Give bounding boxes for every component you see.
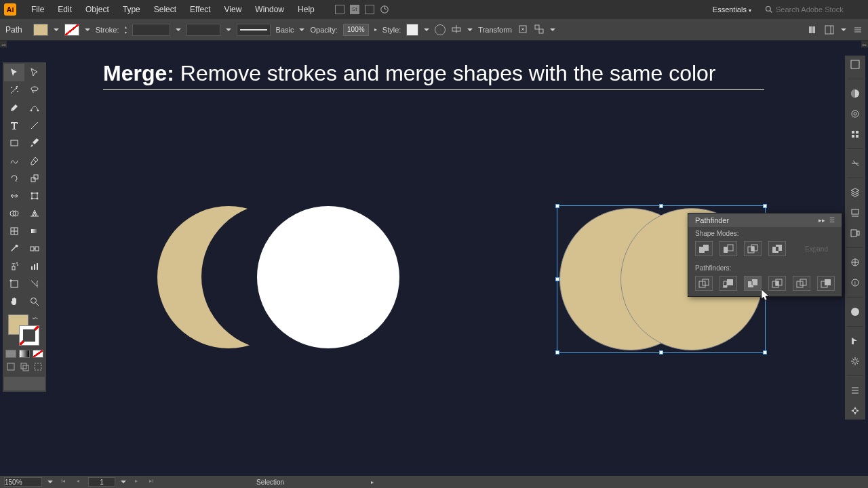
panel-menu-icon[interactable] — [853, 25, 863, 35]
menu-edit[interactable]: Edit — [51, 2, 79, 17]
zoom-select[interactable] — [4, 477, 42, 487]
divide-button[interactable] — [695, 276, 713, 291]
draw-behind-icon[interactable] — [20, 362, 29, 371]
menu-view[interactable]: View — [218, 2, 249, 17]
lasso-tool[interactable] — [24, 81, 45, 99]
paintbrush-tool[interactable] — [24, 134, 45, 152]
color-mode-none[interactable] — [33, 350, 43, 358]
swap-fill-stroke-icon[interactable]: ⤺ — [33, 314, 38, 322]
isolate-icon[interactable] — [517, 24, 528, 36]
asset-export-panel-icon[interactable] — [849, 207, 861, 219]
stock-search-input[interactable] — [776, 5, 864, 14]
appearance-panel-icon[interactable] — [849, 335, 861, 347]
slice-tool[interactable] — [24, 275, 45, 293]
pen-tool[interactable] — [4, 99, 24, 117]
select-similar-icon[interactable] — [534, 24, 545, 36]
zoom-tool[interactable] — [24, 293, 45, 310]
stock-search[interactable] — [765, 5, 864, 14]
next-artboard-button[interactable]: ▸ — [132, 478, 141, 486]
outline-button[interactable] — [793, 276, 810, 291]
minus-front-button[interactable] — [719, 241, 737, 256]
panel-collapse-icon[interactable]: ▸▸ — [818, 217, 825, 224]
free-transform-tool[interactable] — [24, 187, 45, 205]
eraser-tool[interactable] — [24, 152, 45, 169]
style-dropdown[interactable] — [424, 28, 429, 31]
similar-dropdown[interactable] — [550, 28, 555, 31]
blend-tool[interactable] — [24, 240, 45, 258]
selection-tool[interactable] — [4, 64, 24, 81]
graphic-styles-panel-icon[interactable] — [849, 355, 861, 367]
color-panel-icon[interactable] — [849, 87, 861, 100]
status-dropdown[interactable]: ▸ — [371, 479, 374, 485]
vprofile-select[interactable] — [186, 24, 220, 36]
gpu-icon[interactable] — [380, 5, 389, 14]
stroke-weight-stepper[interactable]: ▴▾ — [125, 24, 127, 35]
swatches-panel-icon[interactable] — [849, 128, 861, 140]
first-artboard-button[interactable]: I◂ — [58, 478, 68, 486]
workspace-switcher[interactable]: Essentials ▾ — [706, 3, 758, 16]
eyedropper-tool[interactable] — [4, 240, 24, 258]
transform-panel-icon[interactable] — [849, 384, 861, 396]
width-tool[interactable] — [4, 187, 24, 205]
panel-toggle-icon[interactable] — [808, 25, 818, 35]
menu-select[interactable]: Select — [147, 2, 183, 17]
stroke-weight-dropdown[interactable] — [176, 28, 181, 31]
dock-expand-right[interactable]: ▸▸ — [861, 41, 868, 47]
trim-button[interactable] — [719, 276, 737, 291]
shaper-tool[interactable] — [4, 152, 24, 169]
artboard-tool[interactable] — [4, 275, 24, 293]
menu-file[interactable]: File — [24, 2, 51, 17]
stroke-swatch[interactable] — [64, 24, 79, 36]
symbol-sprayer-tool[interactable] — [4, 258, 24, 275]
merge-button[interactable] — [744, 276, 762, 291]
brush-dropdown[interactable] — [299, 28, 304, 31]
brush-preview[interactable] — [237, 24, 271, 36]
vprofile-dropdown[interactable] — [226, 28, 231, 31]
zoom-dropdown[interactable] — [47, 481, 53, 483]
prev-artboard-button[interactable]: ◂ — [73, 478, 83, 486]
draw-inside-icon[interactable] — [33, 362, 43, 371]
intersect-button[interactable] — [744, 241, 762, 256]
align-dropdown[interactable] — [467, 28, 473, 31]
bridge-icon[interactable] — [335, 5, 344, 14]
fill-stroke-indicator[interactable]: ⤺ — [4, 313, 45, 348]
color-themes-panel-icon[interactable] — [849, 108, 861, 120]
fill-swatch[interactable] — [33, 24, 48, 36]
opacity-slider-toggle[interactable]: ▸ — [374, 26, 377, 33]
fill-dropdown[interactable] — [54, 28, 59, 31]
recolor-icon[interactable] — [435, 24, 446, 35]
crop-button[interactable] — [768, 276, 786, 291]
layout-dropdown[interactable] — [841, 28, 846, 31]
artboard-dropdown[interactable] — [121, 481, 126, 483]
menu-type[interactable]: Type — [116, 2, 147, 17]
color-mode-solid[interactable] — [5, 350, 16, 358]
type-tool[interactable] — [4, 117, 24, 134]
perspective-grid-tool[interactable] — [24, 205, 45, 222]
panel-layout-icon[interactable] — [825, 25, 834, 35]
transform-link[interactable]: Transform — [478, 26, 512, 34]
hand-tool[interactable] — [4, 293, 24, 310]
gradient-panel-icon[interactable]: i — [849, 277, 861, 289]
menu-object[interactable]: Object — [79, 2, 116, 17]
mesh-tool[interactable] — [4, 222, 24, 240]
column-graph-tool[interactable] — [24, 258, 45, 275]
layers-panel-icon[interactable] — [849, 186, 861, 199]
properties-panel-icon[interactable] — [849, 58, 861, 70]
draw-normal-icon[interactable] — [6, 362, 16, 371]
magic-wand-tool[interactable] — [4, 81, 24, 99]
transparency-panel-icon[interactable] — [849, 306, 861, 318]
artboards-panel-icon[interactable] — [849, 227, 861, 239]
shape-builder-tool[interactable] — [4, 205, 24, 222]
menu-help[interactable]: Help — [291, 2, 321, 17]
brushes-panel-icon[interactable] — [849, 157, 861, 169]
stock-icon[interactable]: St — [350, 5, 359, 14]
menu-effect[interactable]: Effect — [183, 2, 217, 17]
opacity-input[interactable] — [343, 24, 369, 36]
direct-selection-tool[interactable] — [24, 64, 45, 81]
screen-mode-button[interactable] — [4, 377, 45, 390]
align-icon[interactable] — [451, 24, 462, 36]
white-circle-shape[interactable] — [257, 206, 399, 348]
artboard-input[interactable] — [88, 477, 115, 487]
unite-button[interactable] — [695, 241, 713, 256]
minus-back-button[interactable] — [817, 276, 835, 291]
